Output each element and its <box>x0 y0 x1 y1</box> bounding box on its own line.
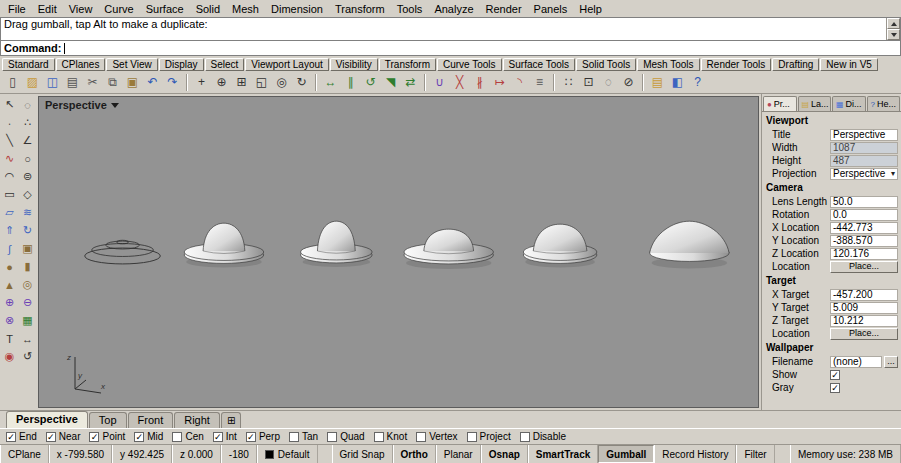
group-icon[interactable]: ⊡ <box>579 73 598 92</box>
panel-tab-di[interactable]: ▦Di... <box>832 96 866 111</box>
split-icon[interactable]: ∦ <box>470 73 489 92</box>
surface-icon[interactable]: ▱ <box>1 204 18 221</box>
camera-y-location-value[interactable]: -388.570 <box>830 235 898 247</box>
toolbar-tab-new-in-v5[interactable]: New in V5 <box>820 58 878 71</box>
camera-location-button[interactable]: Place... <box>830 261 898 273</box>
hide-icon[interactable]: ◌ <box>599 73 618 92</box>
cone-icon[interactable]: ▲ <box>1 276 18 293</box>
target-z-target-value[interactable]: 10.212 <box>830 315 898 327</box>
menu-item-tools[interactable]: Tools <box>391 2 429 16</box>
viewport-title[interactable]: Perspective <box>45 99 119 111</box>
select-icon[interactable]: ↖ <box>1 96 18 113</box>
extrude-icon[interactable]: ⇑ <box>1 222 18 239</box>
osnap-int-checkbox[interactable]: ✓ <box>213 432 223 442</box>
toggle-ortho[interactable]: Ortho <box>393 445 436 463</box>
zoom-dynamic-icon[interactable]: ⊕ <box>212 73 231 92</box>
toolbar-tab-display[interactable]: Display <box>159 58 204 71</box>
polyline-icon[interactable]: ∠ <box>19 132 36 149</box>
lasso-icon[interactable]: ◌ <box>19 96 36 113</box>
menu-item-analyze[interactable]: Analyze <box>428 2 479 16</box>
pan-icon[interactable]: + <box>192 73 211 92</box>
fillet-icon[interactable]: ◝ <box>510 73 529 92</box>
boolean-union-icon[interactable]: ⊕ <box>1 294 18 311</box>
boolean-difference-icon[interactable]: ⊖ <box>19 294 36 311</box>
menu-item-help[interactable]: Help <box>573 2 608 16</box>
toggle-osnap[interactable]: Osnap <box>481 445 528 463</box>
osnap-project-checkbox[interactable] <box>467 432 477 442</box>
redo-icon[interactable]: ↷ <box>163 73 182 92</box>
viewport-canvas[interactable] <box>39 97 758 407</box>
osnap-item-vertex[interactable]: Vertex <box>416 431 457 442</box>
target-location-button[interactable]: Place... <box>830 328 898 340</box>
zoom-selected-icon[interactable]: ◎ <box>272 73 291 92</box>
layers-icon[interactable]: ▤ <box>648 73 667 92</box>
mesh-icon[interactable]: ▦ <box>19 312 36 329</box>
command-input[interactable]: Command: <box>0 41 901 56</box>
command-history[interactable]: Drag gumball, tap Alt to make a duplicat… <box>0 17 901 41</box>
menu-item-mesh[interactable]: Mesh <box>226 2 265 16</box>
toolbar-tab-select[interactable]: Select <box>205 58 245 71</box>
osnap-disable-checkbox[interactable] <box>520 432 530 442</box>
osnap-item-near[interactable]: ✓Near <box>46 431 81 442</box>
toolbar-tab-drafting[interactable]: Drafting <box>772 58 819 71</box>
model-object-curves[interactable] <box>85 240 161 264</box>
model-object-dome-5[interactable] <box>650 221 730 268</box>
menu-item-dimension[interactable]: Dimension <box>265 2 329 16</box>
loft-icon[interactable]: ≋ <box>19 204 36 221</box>
osnap-item-int[interactable]: ✓Int <box>213 431 237 442</box>
osnap-perp-checkbox[interactable]: ✓ <box>246 432 256 442</box>
menu-item-surface[interactable]: Surface <box>140 2 190 16</box>
camera-rotation-value[interactable]: 0.0 <box>830 209 898 221</box>
join-icon[interactable]: ∪ <box>430 73 449 92</box>
text-icon[interactable]: T <box>1 330 18 347</box>
box-icon[interactable]: ▣ <box>19 240 36 257</box>
wallpaper-gray-checkbox[interactable]: ✓ <box>830 383 840 393</box>
rotate-view-icon[interactable]: ↻ <box>292 73 311 92</box>
torus-icon[interactable]: ◎ <box>19 276 36 293</box>
osnap-vertex-checkbox[interactable] <box>416 432 426 442</box>
model-object-dome-1[interactable] <box>184 223 264 267</box>
point-cloud-icon[interactable]: ∴ <box>19 114 36 131</box>
new-viewport-tab-icon[interactable]: ⊞ <box>221 412 241 428</box>
curve-icon[interactable]: ∿ <box>1 150 18 167</box>
zoom-extents-icon[interactable]: ◱ <box>252 73 271 92</box>
menu-item-render[interactable]: Render <box>480 2 528 16</box>
browse-button[interactable]: ... <box>884 356 898 368</box>
osnap-item-cen[interactable]: Cen <box>172 431 203 442</box>
toolbar-tab-mesh-tools[interactable]: Mesh Tools <box>637 58 699 71</box>
camera-lens-length-value[interactable]: 50.0 <box>830 196 898 208</box>
revolve-icon[interactable]: ↻ <box>19 222 36 239</box>
viewport-tab-top[interactable]: Top <box>89 412 127 428</box>
scale-icon[interactable]: ◥ <box>381 73 400 92</box>
viewport-title-value[interactable]: Perspective <box>830 129 898 141</box>
mirror-icon[interactable]: ⇄ <box>401 73 420 92</box>
viewport-tab-perspective[interactable]: Perspective <box>6 411 88 428</box>
toolbar-tab-visibility[interactable]: Visibility <box>330 58 378 71</box>
boolean-intersection-icon[interactable]: ⊗ <box>1 312 18 329</box>
array-icon[interactable]: ∷ <box>559 73 578 92</box>
scroll-down-button[interactable] <box>887 29 900 40</box>
arc-icon[interactable]: ◠ <box>1 168 18 185</box>
viewport-tab-front[interactable]: Front <box>128 412 174 428</box>
extend-icon[interactable]: ↦ <box>490 73 509 92</box>
osnap-item-quad[interactable]: Quad <box>327 431 364 442</box>
osnap-cen-checkbox[interactable] <box>172 432 182 442</box>
toggle-smarttrack[interactable]: SmartTrack <box>528 445 598 463</box>
viewport-projection-select[interactable]: Perspective▾ <box>830 168 898 180</box>
panel-tab-la[interactable]: ▤La... <box>798 96 832 111</box>
dimension-icon[interactable]: ↔ <box>19 330 36 347</box>
toggle-filter[interactable]: Filter <box>736 445 774 463</box>
osnap-tan-checkbox[interactable] <box>289 432 299 442</box>
osnap-item-perp[interactable]: ✓Perp <box>246 431 280 442</box>
sphere-icon[interactable]: ● <box>1 258 18 275</box>
undo-icon[interactable]: ↶ <box>143 73 162 92</box>
menu-item-solid[interactable]: Solid <box>190 2 226 16</box>
menu-item-panels[interactable]: Panels <box>528 2 574 16</box>
osnap-near-checkbox[interactable]: ✓ <box>46 432 56 442</box>
offset-icon[interactable]: ≡ <box>530 73 549 92</box>
toolbar-tab-standard[interactable]: Standard <box>2 58 55 71</box>
menu-item-transform[interactable]: Transform <box>329 2 391 16</box>
target-x-target-value[interactable]: -457.200 <box>830 289 898 301</box>
osnap-item-disable[interactable]: Disable <box>520 431 566 442</box>
trim-icon[interactable]: ╳ <box>450 73 469 92</box>
